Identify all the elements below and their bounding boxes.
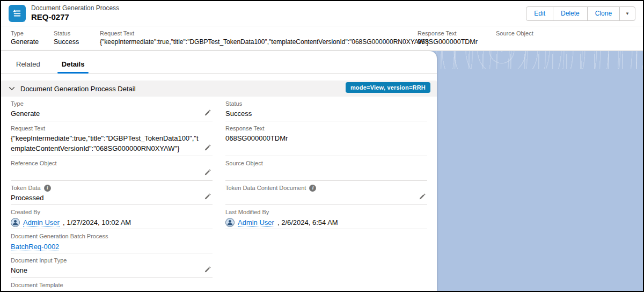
- edit-document-template-icon[interactable]: [203, 290, 213, 291]
- object-name: Document Generation Process: [31, 4, 119, 12]
- user-avatar: [11, 218, 20, 227]
- field-token-data: Token Datai Processed: [11, 181, 213, 206]
- batch-process-link[interactable]: BatchReq-0002: [11, 243, 59, 251]
- edit-button[interactable]: Edit: [526, 6, 553, 21]
- record-name: REQ-0277: [31, 12, 119, 23]
- edit-document-input-type-icon[interactable]: [203, 266, 213, 276]
- highlight-source-object: Source Object: [496, 30, 633, 50]
- record-detail-card: Related Details Document Generation Proc…: [1, 51, 437, 291]
- field-created-by: Created By Admin User , 1/27/2024, 10:02…: [11, 205, 213, 229]
- empty-cell: [225, 229, 427, 253]
- field-token-data-content-document: Token Data Content Documenti: [225, 181, 427, 206]
- highlight-status: Status Success: [54, 30, 100, 50]
- edit-token-data-icon[interactable]: [203, 193, 213, 203]
- field-reference-object: Reference Object: [11, 156, 213, 181]
- edit-token-data-content-document-icon[interactable]: [418, 193, 427, 203]
- more-actions-button[interactable]: ▼: [619, 6, 635, 21]
- field-source-object: Source Object: [225, 156, 427, 181]
- section-title: Document Generation Process Detail: [20, 85, 136, 93]
- highlight-response-text: Response Text 068SG000000TDMr: [418, 30, 496, 50]
- user-avatar: [225, 218, 235, 227]
- edit-reference-object-icon[interactable]: [203, 169, 213, 179]
- info-icon[interactable]: i: [44, 185, 51, 192]
- tab-bar: Related Details: [1, 51, 437, 74]
- field-type: Type Generate: [11, 97, 213, 121]
- tab-related[interactable]: Related: [15, 58, 41, 73]
- app-window: Document Generation Process REQ-0277 Edi…: [0, 0, 644, 292]
- field-status: Status Success: [225, 97, 427, 121]
- highlight-type: Type Generate: [11, 30, 54, 50]
- edit-request-text-icon[interactable]: [203, 144, 213, 154]
- record-actions: Edit Delete Clone ▼: [526, 6, 635, 21]
- highlight-request-text: Request Text {"keepIntermediate":true,"t…: [100, 30, 418, 50]
- record-title-block: Document Generation Process REQ-0277: [31, 4, 119, 23]
- record-header: Document Generation Process REQ-0277 Edi…: [1, 1, 643, 26]
- chevron-collapse-icon[interactable]: [8, 85, 16, 92]
- field-document-template: Document Template: [11, 278, 213, 291]
- field-request-text: Request Text {"keepIntermediate":true,"t…: [11, 121, 213, 156]
- chevron-down-icon: ▼: [625, 11, 630, 16]
- field-grid: Type Generate Status Success Request Tex…: [1, 97, 437, 291]
- field-last-modified-by: Last Modified By Admin User , 2/6/2024, …: [225, 205, 427, 229]
- empty-cell: [225, 253, 427, 278]
- clone-button[interactable]: Clone: [587, 6, 620, 21]
- edit-type-icon[interactable]: [203, 109, 213, 119]
- document-generation-process-icon: [9, 5, 26, 22]
- delete-button[interactable]: Delete: [553, 6, 588, 21]
- field-response-text: Response Text 068SG000000TDMr: [225, 121, 427, 156]
- last-modified-by-link[interactable]: Admin User: [238, 218, 274, 227]
- section-header[interactable]: Document Generation Process Detail mode=…: [1, 81, 437, 97]
- tab-details[interactable]: Details: [61, 58, 86, 73]
- created-by-link[interactable]: Admin User: [23, 218, 60, 227]
- mode-version-badge: mode=View, version=RRH: [346, 82, 430, 93]
- empty-cell: [225, 278, 427, 291]
- field-batch-process: Document Generation Batch Process BatchR…: [11, 229, 213, 253]
- info-icon[interactable]: i: [309, 185, 316, 192]
- highlights-panel: Type Generate Status Success Request Tex…: [1, 26, 643, 51]
- page-canvas: Related Details Document Generation Proc…: [1, 51, 643, 291]
- field-document-input-type: Document Input Type None: [11, 253, 213, 278]
